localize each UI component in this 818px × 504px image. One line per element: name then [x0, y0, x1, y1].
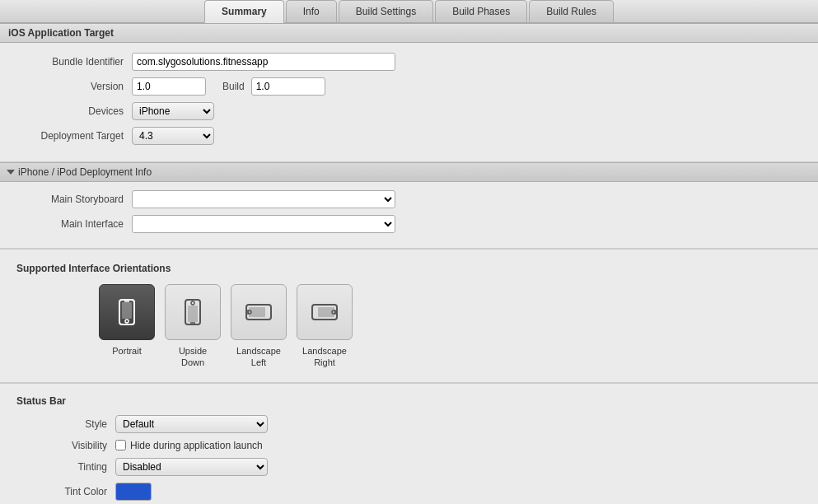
status-bar-title: Status Bar [16, 395, 802, 407]
main-storyboard-select[interactable] [132, 190, 395, 208]
upside-down-label: UpsideDown [179, 345, 207, 369]
deployment-target-label: Deployment Target [16, 130, 132, 142]
bundle-identifier-row: Bundle Identifier [16, 53, 802, 71]
build-input[interactable] [251, 77, 325, 96]
svg-point-6 [191, 301, 194, 305]
main-storyboard-row: Main Storyboard [16, 190, 802, 208]
tab-info[interactable]: Info [286, 0, 337, 23]
orientation-portrait: Portrait [99, 284, 155, 357]
tinting-select[interactable]: Disabled Enabled [115, 458, 268, 476]
tab-bar: Summary Info Build Settings Build Phases… [0, 0, 818, 23]
svg-point-2 [125, 320, 129, 323]
triangle-icon [7, 170, 15, 175]
main-storyboard-label: Main Storyboard [16, 194, 132, 205]
tab-build-phases[interactable]: Build Phases [435, 0, 527, 23]
orientation-upside-down: UpsideDown [165, 284, 221, 369]
bundle-identifier-label: Bundle Identifier [16, 56, 132, 68]
visibility-checkbox[interactable] [115, 440, 126, 450]
portrait-icon-btn[interactable] [99, 284, 155, 340]
devices-label: Devices [16, 105, 132, 117]
landscape-right-label: LandscapeRight [302, 345, 347, 369]
ios-application-target-header: iOS Application Target [0, 23, 818, 43]
visibility-checkbox-row: Hide during application launch [115, 440, 263, 451]
devices-row: Devices iPhone iPad Universal [16, 102, 802, 120]
main-interface-row: Main Interface [16, 215, 802, 233]
tint-color-swatch[interactable] [115, 483, 152, 501]
svg-rect-1 [122, 302, 132, 319]
main-interface-label: Main Interface [16, 218, 132, 230]
landscape-right-icon-btn[interactable] [297, 284, 353, 340]
visibility-row: Visibility Hide during application launc… [16, 440, 802, 451]
version-input[interactable] [132, 77, 206, 96]
orientations-section: Supported Interface Orientations Portrai… [0, 250, 818, 383]
main-interface-select[interactable] [132, 215, 395, 233]
orientation-landscape-right: LandscapeRight [297, 284, 353, 369]
interface-section: Main Storyboard Main Interface [0, 182, 818, 249]
tinting-row: Tinting Disabled Enabled [16, 458, 802, 476]
tab-summary[interactable]: Summary [204, 0, 284, 23]
deployment-info-header: iPhone / iPod Deployment Info [0, 162, 818, 182]
bundle-identifier-input[interactable] [132, 53, 395, 71]
svg-rect-5 [188, 306, 198, 322]
visibility-label: Visibility [16, 440, 115, 451]
landscape-left-icon-btn[interactable] [231, 284, 287, 340]
devices-select[interactable]: iPhone iPad Universal [132, 102, 214, 120]
tint-color-row: Tint Color [16, 483, 802, 501]
deployment-target-select[interactable]: 4.3 5.0 5.1 6.0 [132, 127, 214, 145]
status-bar-section: Status Bar Style Default Black Transluce… [0, 384, 818, 504]
upside-down-icon-btn[interactable] [165, 284, 221, 340]
style-row: Style Default Black Translucent Black Op… [16, 415, 802, 433]
version-label: Version [16, 81, 132, 92]
version-row: Version Build [16, 77, 802, 96]
tab-build-rules[interactable]: Build Rules [529, 0, 614, 23]
landscape-left-label: LandscapeLeft [236, 345, 281, 369]
orientation-buttons-group: Portrait UpsideDown [99, 284, 802, 369]
portrait-label: Portrait [112, 345, 141, 357]
build-label: Build [222, 81, 245, 92]
style-label: Style [16, 418, 115, 430]
deployment-target-row: Deployment Target 4.3 5.0 5.1 6.0 [16, 127, 802, 145]
main-form-section: Bundle Identifier Version Build Devices … [0, 43, 818, 161]
tinting-label: Tinting [16, 461, 115, 473]
tint-color-label: Tint Color [16, 486, 115, 497]
orientations-title: Supported Interface Orientations [16, 263, 802, 274]
tab-build-settings[interactable]: Build Settings [339, 0, 433, 23]
visibility-checkbox-label: Hide during application launch [130, 440, 263, 451]
style-select[interactable]: Default Black Translucent Black Opaque [115, 415, 268, 433]
orientation-landscape-left: LandscapeLeft [231, 284, 287, 369]
